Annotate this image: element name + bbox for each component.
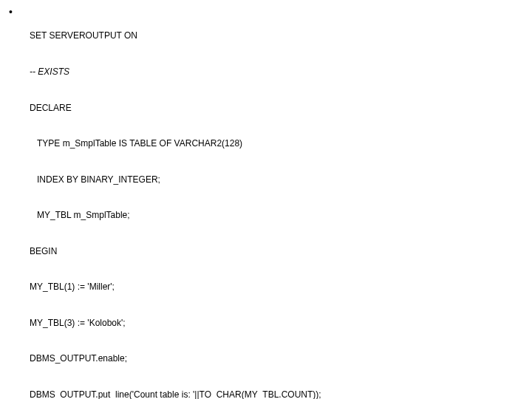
bulleted-block: • SET SERVEROUTPUT ON -- EXISTS DECLARE …: [9, 6, 523, 399]
code-listing: SET SERVEROUTPUT ON -- EXISTS DECLARE TY…: [30, 6, 523, 399]
code-line: MY_TBL m_SmplTable;: [30, 209, 523, 221]
code-line: DBMS_OUTPUT.enable;: [30, 352, 523, 364]
code-line: BEGIN: [30, 245, 523, 257]
code-line: MY_TBL(1) := 'Miller';: [30, 281, 523, 293]
code-line: MY_TBL(3) := 'Kolobok';: [30, 317, 523, 329]
code-line: DECLARE: [30, 102, 523, 114]
code-line: TYPE m_SmplTable IS TABLE OF VARCHAR2(12…: [30, 137, 523, 149]
bullet-icon: •: [9, 6, 30, 19]
code-line: INDEX BY BINARY_INTEGER;: [30, 174, 523, 185]
code-line: SET SERVEROUTPUT ON: [30, 30, 523, 41]
code-line-comment: -- EXISTS: [30, 66, 523, 78]
code-line: DBMS_OUTPUT.put_line('Count table is: '|…: [30, 389, 523, 399]
